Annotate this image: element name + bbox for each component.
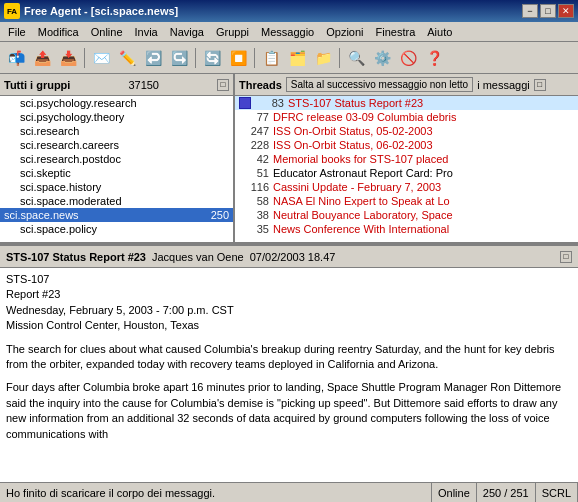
threads-list[interactable]: 83 STS-107 Status Report #23 77 DFRC rel… xyxy=(235,96,578,242)
menu-item-aiuto[interactable]: Aiuto xyxy=(421,24,458,40)
groups-panel: Tutti i gruppi 37150 □ sci.psychology.re… xyxy=(0,74,235,242)
thread-row-8[interactable]: 58 NASA El Nino Expert to Speak at Lo xyxy=(235,194,578,208)
threads-panel: Threads Salta al successivo messaggio no… xyxy=(235,74,578,242)
toolbar-btn-3[interactable]: 📥 xyxy=(56,46,80,70)
thread-row-4[interactable]: 228 ISS On-Orbit Status, 06-02-2003 xyxy=(235,138,578,152)
thread-num-5: 42 xyxy=(239,153,269,165)
toolbar-btn-13[interactable]: 🔍 xyxy=(344,46,368,70)
list-item[interactable]: sci.research.postdoc xyxy=(0,152,233,166)
main-content: Tutti i gruppi 37150 □ sci.psychology.re… xyxy=(0,74,578,482)
toolbar-btn-14[interactable]: ⚙️ xyxy=(370,46,394,70)
status-message: Ho finito di scaricare il corpo dei mess… xyxy=(6,487,215,499)
menu-item-gruppi[interactable]: Gruppi xyxy=(210,24,255,40)
toolbar-btn-6[interactable]: ↩️ xyxy=(141,46,165,70)
message-date: 07/02/2003 18.47 xyxy=(250,251,336,263)
thread-row-9[interactable]: 38 Neutral Bouyance Laboratory, Space xyxy=(235,208,578,222)
thread-num-9: 38 xyxy=(239,209,269,221)
thread-title-7: Cassini Update - February 7, 2003 xyxy=(273,181,441,193)
skip-unread-button[interactable]: Salta al successivo messaggio non letto xyxy=(286,77,473,92)
message-header: STS-107 Status Report #23 Jacques van Oe… xyxy=(0,246,578,268)
thread-row-3[interactable]: 247 ISS On-Orbit Status, 05-02-2003 xyxy=(235,124,578,138)
thread-title-4: ISS On-Orbit Status, 06-02-2003 xyxy=(273,139,433,151)
message-author: Jacques van Oene xyxy=(152,251,244,263)
menu-item-online[interactable]: Online xyxy=(85,24,129,40)
thread-num-1: 83 xyxy=(254,97,284,109)
status-count-label: 250 / 251 xyxy=(483,487,529,499)
menu-item-messaggio[interactable]: Messaggio xyxy=(255,24,320,40)
close-button[interactable]: ✕ xyxy=(558,4,574,18)
minimize-button[interactable]: − xyxy=(522,4,538,18)
list-item[interactable]: sci.space.history xyxy=(0,180,233,194)
thread-row-10[interactable]: 35 News Conference With International xyxy=(235,222,578,236)
toolbar-btn-12[interactable]: 📁 xyxy=(311,46,335,70)
toolbar-sep-3 xyxy=(254,48,255,68)
list-item[interactable]: sci.space.policy xyxy=(0,222,233,236)
app-icon: FA xyxy=(4,3,20,19)
groups-header: Tutti i gruppi 37150 □ xyxy=(0,74,233,96)
thread-title-1: STS-107 Status Report #23 xyxy=(288,97,423,109)
status-bar: Ho finito di scaricare il corpo dei mess… xyxy=(0,482,578,502)
thread-title-6: Educator Astronaut Report Card: Pro xyxy=(273,167,453,179)
list-item[interactable]: sci.space.moderated xyxy=(0,194,233,208)
toolbar-btn-15[interactable]: 🚫 xyxy=(396,46,420,70)
maximize-button[interactable]: □ xyxy=(540,4,556,18)
thread-row-2[interactable]: 77 DFRC release 03-09 Columbia debris xyxy=(235,110,578,124)
title-bar: FA Free Agent - [sci.space.news] − □ ✕ xyxy=(0,0,578,22)
menu-item-file[interactable]: File xyxy=(2,24,32,40)
toolbar-btn-5[interactable]: ✏️ xyxy=(115,46,139,70)
menu-item-invia[interactable]: Invia xyxy=(129,24,164,40)
status-scrl-label: SCRL xyxy=(542,487,571,499)
thread-title-3: ISS On-Orbit Status, 05-02-2003 xyxy=(273,125,433,137)
thread-icon-1 xyxy=(239,97,251,109)
toolbar-btn-16[interactable]: ❓ xyxy=(422,46,446,70)
thread-num-6: 51 xyxy=(239,167,269,179)
groups-title: Tutti i gruppi xyxy=(4,79,70,91)
list-item-selected[interactable]: sci.space.news 250 xyxy=(0,208,233,222)
message-maximize-button[interactable]: □ xyxy=(560,251,572,263)
status-online: Online xyxy=(432,483,477,502)
status-main: Ho finito di scaricare il corpo dei mess… xyxy=(0,483,432,502)
menu-item-naviga[interactable]: Naviga xyxy=(164,24,210,40)
list-item[interactable]: sci.research.careers xyxy=(0,138,233,152)
thread-num-4: 228 xyxy=(239,139,269,151)
thread-row-6[interactable]: 51 Educator Astronaut Report Card: Pro xyxy=(235,166,578,180)
thread-row-5[interactable]: 42 Memorial books for STS-107 placed xyxy=(235,152,578,166)
thread-num-7: 116 xyxy=(239,181,269,193)
thread-title-8: NASA El Nino Expert to Speak at Lo xyxy=(273,195,450,207)
thread-row-7[interactable]: 116 Cassini Update - February 7, 2003 xyxy=(235,180,578,194)
toolbar-btn-10[interactable]: 📋 xyxy=(259,46,283,70)
toolbar-sep-2 xyxy=(195,48,196,68)
thread-title-10: News Conference With International xyxy=(273,223,449,235)
toolbar-btn-8[interactable]: 🔄 xyxy=(200,46,224,70)
menu-item-modifica[interactable]: Modifica xyxy=(32,24,85,40)
toolbar-btn-9[interactable]: ⏹️ xyxy=(226,46,250,70)
toolbar-btn-11[interactable]: 🗂️ xyxy=(285,46,309,70)
groups-list[interactable]: sci.psychology.research sci.psychology.t… xyxy=(0,96,233,242)
status-online-label: Online xyxy=(438,487,470,499)
toolbar-sep-4 xyxy=(339,48,340,68)
threads-header: Threads Salta al successivo messaggio no… xyxy=(235,74,578,96)
thread-row-1[interactable]: 83 STS-107 Status Report #23 xyxy=(235,96,578,110)
list-item[interactable]: sci.skeptic xyxy=(0,166,233,180)
toolbar-btn-1[interactable]: 📬 xyxy=(4,46,28,70)
toolbar-btn-2[interactable]: 📤 xyxy=(30,46,54,70)
list-item[interactable]: sci.research xyxy=(0,124,233,138)
status-count: 250 / 251 xyxy=(477,483,536,502)
menu-item-opzioni[interactable]: Opzioni xyxy=(320,24,369,40)
message-body: STS-107 Report #23 Wednesday, February 5… xyxy=(0,268,578,482)
toolbar-btn-7[interactable]: ↪️ xyxy=(167,46,191,70)
list-item[interactable]: sci.psychology.theory xyxy=(0,110,233,124)
menu-item-finestra[interactable]: Finestra xyxy=(370,24,422,40)
list-item[interactable]: sci.psychology.research xyxy=(0,96,233,110)
group-name: sci.space.news xyxy=(4,209,79,221)
thread-num-2: 77 xyxy=(239,111,269,123)
message-text: STS-107 Report #23 Wednesday, February 5… xyxy=(6,272,572,442)
top-panel: Tutti i gruppi 37150 □ sci.psychology.re… xyxy=(0,74,578,244)
messages-label: i messaggi xyxy=(477,79,530,91)
toolbar-btn-4[interactable]: ✉️ xyxy=(89,46,113,70)
status-scrl: SCRL xyxy=(536,483,578,502)
thread-title-5: Memorial books for STS-107 placed xyxy=(273,153,448,165)
menu-bar: FileModificaOnlineInviaNavigaGruppiMessa… xyxy=(0,22,578,42)
groups-maximize-button[interactable]: □ xyxy=(217,79,229,91)
threads-maximize-button[interactable]: □ xyxy=(534,79,546,91)
